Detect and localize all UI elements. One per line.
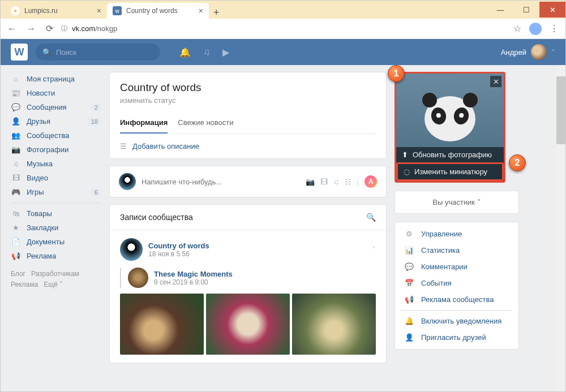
footer-link-ads[interactable]: Реклама (11, 281, 38, 288)
sidebar-item-docs[interactable]: 📄Документы (11, 235, 101, 249)
mgmt-events[interactable]: 📅События (395, 275, 518, 291)
mgmt-notifications[interactable]: 🔔Включить уведомления (395, 313, 518, 329)
notifications-icon[interactable]: 🔔 (179, 47, 191, 58)
invite-icon: 👤 (404, 333, 414, 342)
chevron-down-icon: ˅ (551, 48, 555, 57)
music-icon: ♫ (11, 160, 21, 168)
reload-button[interactable]: ⟳ (44, 21, 55, 36)
group-tabs: Информация Свежие новости (120, 113, 376, 134)
sidebar-item-news[interactable]: 📰Новости (11, 86, 101, 100)
tab-info[interactable]: Информация (120, 113, 168, 133)
forward-button[interactable]: → (24, 21, 38, 36)
close-icon[interactable]: ✕ (490, 76, 501, 87)
doc-icon: 📄 (11, 238, 21, 246)
chevron-down-icon[interactable]: ˅ (372, 245, 376, 254)
vk-logo[interactable]: W (11, 44, 28, 61)
panda-image (424, 96, 475, 141)
search-icon[interactable]: 🔍 (366, 213, 376, 222)
thumbnail[interactable] (206, 294, 290, 355)
sidebar-item-ads[interactable]: 📢Реклама (11, 249, 101, 263)
titlebar: ✴ Lumpics.ru × w Country of words × + — … (1, 1, 565, 19)
composer-input[interactable] (142, 178, 300, 186)
repost: These Magic Moments 9 сен 2019 в 9:00 (120, 268, 376, 288)
mgmt-ads[interactable]: 📢Реклама сообщества (395, 291, 518, 308)
play-icon[interactable]: ▶ (222, 47, 229, 58)
tab-lumpics[interactable]: ✴ Lumpics.ru × (5, 3, 107, 19)
add-description[interactable]: ☰ Добавить описание (110, 134, 386, 158)
post-author[interactable]: Country of words (148, 242, 209, 250)
address-bar[interactable]: ⓘ vk.com/nokgp (61, 24, 505, 33)
center-column: Country of words изменить статус Информа… (109, 72, 387, 391)
friends-icon: 👤 (11, 117, 21, 126)
repost-avatar[interactable] (128, 268, 148, 288)
member-status[interactable]: Вы участник ˅ (395, 191, 519, 214)
footer-link-blog[interactable]: Блог (11, 270, 25, 278)
profile-icon[interactable] (529, 23, 542, 35)
footer-link-devs[interactable]: Разработчикам (31, 270, 79, 278)
thumbnail[interactable] (120, 294, 204, 355)
sidebar-item-games[interactable]: 🎮Игры6 (11, 185, 101, 199)
badge: 2 (91, 104, 101, 111)
lumpics-favicon: ✴ (11, 6, 20, 15)
sidebar-item-communities[interactable]: 👥Сообщества (11, 128, 101, 143)
more-icon[interactable]: ☷ (345, 178, 351, 186)
menu-icon[interactable]: ⋮ (547, 21, 561, 36)
music-icon[interactable]: ♫ (203, 47, 210, 58)
mgmt-stats[interactable]: 📊Статистика (395, 242, 518, 259)
sidebar-item-video[interactable]: 🎞Видео (11, 171, 101, 185)
scrollbar-thumb[interactable] (556, 76, 565, 144)
search-input[interactable]: 🔍 Поиск (36, 44, 160, 61)
footer-link-more[interactable]: Ещё ˅ (44, 281, 63, 288)
window-controls: — ☐ ✕ (487, 2, 565, 18)
update-photo-button[interactable]: ⬆ Обновить фотографию (396, 147, 504, 162)
sidebar-item-music[interactable]: ♫Музыка (11, 157, 101, 171)
close-icon[interactable]: × (199, 6, 203, 15)
close-icon[interactable]: × (97, 6, 101, 15)
camera-icon[interactable]: 📷 (306, 178, 315, 186)
mgmt-invite[interactable]: 👤Пригласить друзей (395, 329, 518, 346)
change-status-link[interactable]: изменить статус (120, 96, 376, 105)
username: Андрей (501, 48, 526, 57)
sidebar-item-bookmarks[interactable]: ★Закладки (11, 221, 101, 235)
change-thumbnail-button[interactable]: ◌ Изменить миниатюру (396, 162, 504, 181)
composer-attach: 📷 🎞 ♫ ☷ | A (306, 175, 377, 188)
group-avatar[interactable]: ✕ ⬆ Обновит (395, 72, 505, 183)
back-button[interactable]: ← (5, 21, 19, 36)
tab-news[interactable]: Свежие новости (178, 113, 233, 133)
url-path: /nokgp (95, 24, 117, 33)
search-icon: 🔍 (42, 48, 52, 57)
maximize-button[interactable]: ☐ (513, 2, 539, 18)
user-menu[interactable]: Андрей ˅ (501, 44, 555, 60)
sidebar-item-market[interactable]: 🛍Товары (11, 206, 101, 221)
gear-icon: ⚙ (404, 230, 414, 238)
post-avatar[interactable] (120, 238, 143, 261)
repost-author[interactable]: These Magic Moments (154, 270, 233, 278)
minimize-button[interactable]: — (487, 2, 513, 18)
video-icon[interactable]: 🎞 (320, 178, 328, 186)
sidebar-item-photos[interactable]: 📷Фотографии (11, 143, 101, 157)
new-tab-button[interactable]: + (209, 7, 224, 19)
close-button[interactable]: ✕ (539, 2, 565, 18)
badge: 18 (88, 118, 101, 126)
comment-icon: 💬 (404, 262, 414, 271)
tab-title: Country of words (126, 7, 178, 15)
thumbnail[interactable] (292, 294, 376, 355)
scrollbar[interactable] (556, 65, 565, 391)
bookmark-icon[interactable]: ☆ (511, 21, 524, 36)
separator (11, 203, 101, 203)
music-icon[interactable]: ♫ (333, 178, 339, 186)
avatar-wrapper: 1 ✕ (395, 72, 519, 183)
sidebar-item-messages[interactable]: 💬Сообщения2 (11, 100, 101, 114)
post-thumbnails (120, 294, 376, 355)
lines-icon: ☰ (120, 142, 127, 150)
mgmt-comments[interactable]: 💬Комментарии (395, 259, 518, 275)
mgmt-manage[interactable]: ⚙Управление (395, 226, 518, 242)
composer[interactable]: 📷 🎞 ♫ ☷ | A (109, 166, 387, 197)
sidebar-item-friends[interactable]: 👤Друзья18 (11, 114, 101, 128)
app-icon[interactable]: A (365, 175, 377, 188)
sidebar-item-my-page[interactable]: ⌂Моя страница (11, 72, 101, 86)
message-icon: 💬 (11, 103, 21, 111)
vk-favicon: w (113, 6, 122, 15)
home-icon: ⌂ (11, 75, 21, 83)
tab-vk[interactable]: w Country of words × (107, 3, 209, 19)
